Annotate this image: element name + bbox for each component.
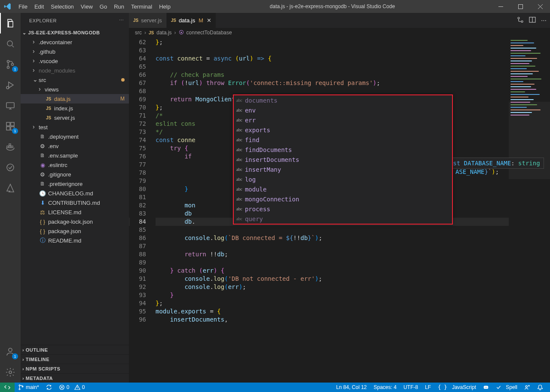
tree-folder[interactable]: views <box>21 85 129 94</box>
menu-run[interactable]: Run <box>110 0 128 13</box>
encoding-button[interactable]: UTF-8 <box>400 383 422 392</box>
code-content[interactable]: }; const connect = async (url) => { // c… <box>156 37 509 383</box>
minimap[interactable] <box>509 37 550 383</box>
compare-icon[interactable] <box>517 16 524 24</box>
editor[interactable]: 6263646566676869707172737475767778798081… <box>129 37 550 383</box>
tree-folder[interactable]: node_modules <box>21 66 129 75</box>
indent-button[interactable]: Spaces: 4 <box>370 383 400 392</box>
suggest-item[interactable]: abcmongoConnection <box>234 194 452 204</box>
activity-account[interactable]: 1 <box>0 341 21 362</box>
activity-scm[interactable]: 1 <box>0 54 21 75</box>
eol-button[interactable]: LF <box>422 383 434 392</box>
suggest-item[interactable]: abcerr <box>234 115 452 125</box>
tree-file[interactable]: JSserver.js <box>21 113 129 122</box>
breadcrumb-folder[interactable]: src <box>135 30 142 36</box>
suggest-item[interactable]: abclog <box>234 174 452 184</box>
activity-extensions[interactable]: 1 <box>0 116 21 137</box>
folder-header[interactable]: ⌄ JS-E2E-EXPRESS-MONGODB <box>21 28 129 37</box>
js-icon: JS <box>133 18 138 23</box>
sync-button[interactable] <box>43 383 55 392</box>
tree-folder[interactable]: test <box>21 122 129 132</box>
cursor-position[interactable]: Ln 84, Col 12 <box>333 383 370 392</box>
tree-label: package.json <box>48 228 129 234</box>
live-share-button[interactable] <box>521 383 534 392</box>
suggest-item[interactable]: abcquery <box>234 214 452 224</box>
tree-file[interactable]: ⓘREADME.md <box>21 236 129 245</box>
file-tree: .devcontainer.github.vscodenode_moduless… <box>21 37 129 345</box>
breadcrumb[interactable]: src › JS data.js › ⦿ connectToDatabase <box>129 28 550 37</box>
activity-search[interactable] <box>0 33 21 54</box>
tree-file[interactable]: 🗎.env.sample <box>21 151 129 160</box>
copilot-button[interactable] <box>480 383 492 392</box>
tree-file[interactable]: ⬇CONTRIBUTING.md <box>21 198 129 207</box>
split-icon[interactable] <box>529 16 536 24</box>
activity-testing[interactable] <box>0 157 21 178</box>
spell-button[interactable]: Spell <box>492 383 521 392</box>
breadcrumb-symbol[interactable]: connectToDatabase <box>186 30 232 36</box>
tree-file[interactable]: { }package.json <box>21 226 129 236</box>
chevron-icon <box>33 39 39 46</box>
menu-view[interactable]: View <box>77 0 96 13</box>
suggest-item[interactable]: abcdocuments <box>234 95 452 105</box>
tab-close-icon[interactable]: ✕ <box>207 17 211 24</box>
timeline-panel[interactable]: › TIMELINE <box>21 354 129 364</box>
menu-go[interactable]: Go <box>96 0 110 13</box>
activity-docker[interactable] <box>0 137 21 157</box>
menu-help[interactable]: Help <box>156 0 174 13</box>
suggest-item[interactable]: abcmodule <box>234 184 452 194</box>
svg-point-22 <box>19 385 20 386</box>
tree-folder[interactable]: .github <box>21 47 129 56</box>
outline-panel[interactable]: › OUTLINE <box>21 345 129 354</box>
file-icon: ⚙ <box>39 171 46 178</box>
activity-remote[interactable] <box>0 95 21 116</box>
activity-azure[interactable] <box>0 178 21 198</box>
remote-button[interactable] <box>0 383 15 392</box>
tree-file[interactable]: ◉.eslintrc <box>21 160 129 170</box>
activity-settings[interactable] <box>0 362 21 383</box>
tree-file[interactable]: ⚖LICENSE.md <box>21 207 129 217</box>
suggest-item[interactable]: abcfindDocuments <box>234 145 452 155</box>
close-button[interactable] <box>530 0 550 13</box>
file-icon: JS <box>45 115 52 120</box>
explorer-more-icon[interactable]: ⋯ <box>119 18 124 23</box>
suggest-item[interactable]: abcenv <box>234 105 452 115</box>
branch-button[interactable]: main* <box>15 383 43 392</box>
suggest-item[interactable]: abcinsertDocuments <box>234 155 452 164</box>
problems-button[interactable]: 0 0 <box>55 383 89 392</box>
maximize-button[interactable] <box>510 0 530 13</box>
suggest-item[interactable]: abcinsertMany <box>234 164 452 174</box>
metadata-panel[interactable]: › METADATA <box>21 373 129 383</box>
tree-folder[interactable]: .devcontainer <box>21 37 129 47</box>
menu-selection[interactable]: Selection <box>47 0 77 13</box>
activity-debug[interactable] <box>0 75 21 95</box>
tab-server-js[interactable]: JS server.js <box>129 13 167 28</box>
tree-file[interactable]: 🗎.prettierignore <box>21 179 129 188</box>
tree-file[interactable]: ⚙.gitignore <box>21 170 129 179</box>
menu-terminal[interactable]: Terminal <box>128 0 156 13</box>
tree-file[interactable]: 🕓CHANGELOG.md <box>21 188 129 198</box>
language-button[interactable]: { } JavaScript <box>434 383 480 392</box>
menu-file[interactable]: File <box>15 0 31 13</box>
svg-rect-14 <box>9 144 11 146</box>
tree-file[interactable]: ⚙.env <box>21 141 129 151</box>
suggest-kind-icon: abc <box>236 147 242 152</box>
activity-explorer[interactable] <box>0 13 21 33</box>
npm-scripts-panel[interactable]: › NPM SCRIPTS <box>21 364 129 373</box>
more-icon[interactable]: ⋯ <box>541 17 547 24</box>
minimize-button[interactable] <box>491 0 510 13</box>
tree-folder[interactable]: src <box>21 75 129 85</box>
tree-file[interactable]: JSindex.js <box>21 103 129 113</box>
suggest-item[interactable]: abcfind <box>234 135 452 145</box>
notifications-button[interactable] <box>534 383 547 392</box>
suggest-widget[interactable]: abcdocumentsabcenvabcerrabcexportsabcfin… <box>233 94 453 225</box>
svg-point-20 <box>521 21 523 22</box>
tab-data-js[interactable]: JS data.js M ✕ <box>167 13 216 28</box>
suggest-item[interactable]: abcexports <box>234 125 452 135</box>
tree-file[interactable]: 🗎.deployment <box>21 132 129 141</box>
tree-folder[interactable]: .vscode <box>21 56 129 66</box>
tree-file[interactable]: JSdata.jsM <box>21 94 129 103</box>
suggest-item[interactable]: abcprocess <box>234 204 452 214</box>
tree-file[interactable]: { }package-lock.json <box>21 217 129 226</box>
menu-edit[interactable]: Edit <box>31 0 47 13</box>
breadcrumb-file[interactable]: data.js <box>156 30 171 36</box>
